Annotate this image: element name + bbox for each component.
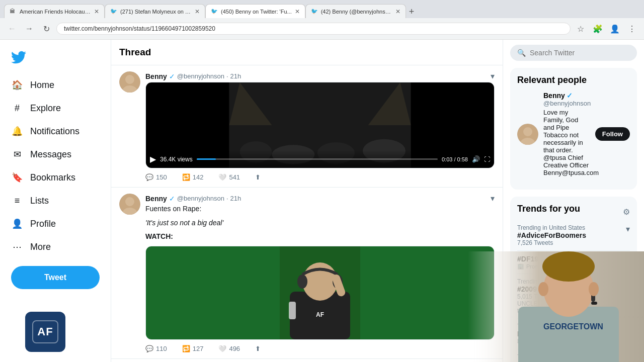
trend-tweeting-3: UNCLE HOTEP 🎙 is Tweeting about this: [517, 300, 626, 314]
sidebar-item-explore[interactable]: # Explore: [5, 97, 106, 119]
benny-handle: @bennyjohnson: [543, 100, 590, 107]
close-tab-4[interactable]: ✕: [395, 8, 400, 15]
like-button-2[interactable]: 🤍 496: [218, 345, 240, 352]
trend-dropdown-4[interactable]: ▾: [626, 323, 630, 345]
trend-item-3[interactable]: Trending in United States #2009v2019 5,0…: [517, 274, 630, 319]
sidebar-item-notifications[interactable]: 🔔 Notifications: [5, 120, 106, 142]
tweet-item-1: Benny ✓ @bennyjohnson · 21h ▾: [111, 65, 503, 188]
tweet-item-3: Benny ✓ @bennyjohnson · 21h ▾ Fuentes Ha…: [111, 359, 503, 362]
af-logo: AF: [25, 312, 65, 352]
trend-item-1[interactable]: Trending in United States #AdviceForBoom…: [517, 220, 630, 251]
trend-category-3: Trending in United States: [517, 278, 626, 285]
address-bar[interactable]: twitter.com/bennyjohnson/status/11966049…: [56, 23, 571, 35]
svg-point-14: [297, 275, 307, 289]
person-name-benny: Benny ✓: [543, 92, 590, 100]
menu-button[interactable]: ⋮: [625, 22, 639, 36]
volume-icon-1[interactable]: 🔊: [472, 155, 480, 163]
thread-title: Thread: [119, 47, 151, 57]
benny-bio: Love my Family, God and Pipe Tobacco not…: [543, 109, 590, 176]
sidebar-item-home[interactable]: 🏠 Home: [5, 74, 106, 96]
refresh-button[interactable]: ↻: [39, 22, 53, 36]
share-icon-1: ⬆: [255, 173, 261, 181]
tweet-more-2[interactable]: ▾: [491, 194, 495, 203]
person-info-benny: Benny ✓ @bennyjohnson Love my Family, Go…: [543, 92, 590, 176]
browser-tab-3[interactable]: 🐦 (450) Benny on Twitter: 'Fu... ✕: [205, 4, 305, 18]
watch-label-2: WATCH:: [145, 232, 173, 240]
browser-tab-2[interactable]: 🐦 (271) Stefan Molyneux on Twitt... ✕: [105, 4, 205, 18]
home-label: Home: [30, 80, 54, 90]
promoted-icon-2: 🏢: [517, 263, 524, 269]
twitter-logo[interactable]: [5, 45, 106, 72]
tweet-handle-1: @bennyjohnson: [177, 72, 224, 80]
trend-item-5[interactable]: Trending in Illinois Jump Force 10.8K Tw…: [517, 349, 630, 362]
fullscreen-icon-1[interactable]: ⛶: [484, 156, 490, 163]
share-button-2[interactable]: ⬆: [255, 345, 261, 352]
sidebar-item-profile[interactable]: 👤 Profile: [5, 213, 106, 235]
benny-name: Benny: [543, 92, 565, 100]
favicon-1: 🏛: [10, 8, 17, 15]
sidebar-item-messages[interactable]: ✉ Messages: [5, 143, 106, 165]
retweet-button-1[interactable]: 🔁 142: [182, 173, 204, 181]
tweet-button[interactable]: Tweet: [11, 266, 100, 289]
close-tab-3[interactable]: ✕: [295, 8, 300, 15]
trend-dropdown-1[interactable]: ▾: [626, 224, 630, 234]
video-views-1: 36.4K views: [160, 156, 193, 163]
tweet-separator-2: ·: [226, 195, 228, 202]
reply-button-2[interactable]: 💬 110: [145, 345, 167, 352]
forward-button[interactable]: →: [22, 22, 36, 36]
play-button-1[interactable]: ▶: [150, 154, 156, 164]
relevant-people-section: Relevant people Benny ✓ @bennyjohnson Lo…: [510, 68, 637, 190]
back-button[interactable]: ←: [5, 22, 19, 36]
green-screen-image[interactable]: nicky fuentes live stream: [146, 246, 494, 339]
person-avatar-benny: [517, 124, 538, 145]
extensions-button[interactable]: 🧩: [591, 22, 605, 36]
tweet-actions-2: 💬 110 🔁 127 🤍 496 ⬆: [145, 345, 495, 352]
add-tab-button[interactable]: +: [406, 6, 418, 18]
trend-category-4: Trending in United States: [517, 323, 585, 330]
af-text: AF: [37, 325, 53, 338]
tweet-header-2: Benny ✓ @bennyjohnson · 21h ▾: [145, 194, 495, 203]
tweet-actions-1: 💬 150 🔁 142 🤍 541 ⬆: [145, 173, 495, 181]
close-tab-1[interactable]: ✕: [94, 8, 99, 15]
search-input[interactable]: [530, 49, 630, 57]
video-time-1: 0:03 / 0:58: [442, 156, 468, 162]
tab-title-4: (42) Benny (@bennyjohnson) / ...: [321, 9, 392, 15]
reply-button-1[interactable]: 💬 150: [145, 173, 167, 181]
trend-item-2[interactable]: #DF19 🏢 Promoted by Salesforce: [517, 251, 630, 274]
tweet-body-1: Benny ✓ @bennyjohnson · 21h ▾: [145, 71, 495, 181]
video-progress-1[interactable]: [197, 158, 438, 160]
browser-tab-4[interactable]: 🐦 (42) Benny (@bennyjohnson) / ... ✕: [305, 4, 406, 18]
bookmark-star[interactable]: ☆: [574, 22, 588, 36]
benny-avatar-image: [517, 124, 538, 145]
retweet-icon-1: 🔁: [182, 173, 190, 181]
svg-point-25: [523, 127, 532, 136]
tweet-body-2: Benny ✓ @bennyjohnson · 21h ▾ Fuentes on…: [145, 194, 495, 352]
trend-dropdown-3[interactable]: ▾: [626, 278, 630, 314]
trend-item-4[interactable]: Trending in United States Lizzo 86.1K Tw…: [517, 319, 630, 349]
account-button[interactable]: 👤: [608, 22, 622, 36]
follow-button-benny[interactable]: Follow: [595, 127, 630, 141]
like-button-1[interactable]: 🤍 541: [218, 173, 240, 181]
video-player-1[interactable]: ▶ 36.4K views 0:03 / 0:58 🔊 ⛶: [146, 82, 494, 168]
close-tab-2[interactable]: ✕: [195, 8, 200, 15]
tweet-more-1[interactable]: ▾: [491, 71, 495, 81]
avatar-2: [119, 194, 140, 215]
share-button-1[interactable]: ⬆: [255, 173, 261, 181]
trend-name-4: Lizzo: [517, 330, 585, 338]
bookmark-icon: 🔖: [11, 171, 23, 184]
browser-tab-1[interactable]: 🏛 American Friends Holocaust Do... ✕: [4, 4, 105, 18]
trend-1-content: Trending in United States #AdviceForBoom…: [517, 224, 586, 246]
sidebar-item-more[interactable]: ⋯ More: [5, 236, 106, 258]
search-icon: 🔍: [517, 49, 526, 57]
explore-icon: #: [11, 102, 23, 114]
settings-gear-icon[interactable]: ⚙: [623, 207, 630, 217]
trend-tweets-3: 5,015 Tweets: [517, 293, 626, 300]
retweet-button-2[interactable]: 🔁 127: [182, 345, 204, 352]
bookmarks-label: Bookmarks: [30, 172, 75, 183]
sidebar-item-lists[interactable]: ≡ Lists: [5, 190, 106, 212]
trend-dropdown-5[interactable]: ▾: [626, 353, 630, 362]
trend-name-1: #AdviceForBoomers: [517, 231, 586, 239]
sidebar-item-bookmarks[interactable]: 🔖 Bookmarks: [5, 166, 106, 189]
svg-text:AF: AF: [316, 311, 324, 318]
search-box[interactable]: 🔍: [510, 45, 637, 61]
